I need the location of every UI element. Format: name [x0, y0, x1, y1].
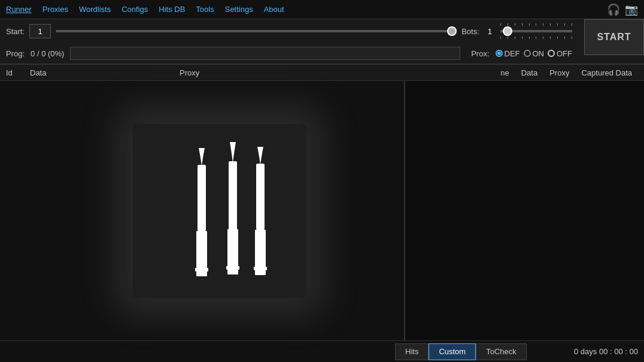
svg-rect-5	[227, 229, 238, 268]
svg-rect-0	[198, 165, 206, 231]
progress-slider-container	[56, 30, 452, 32]
svg-rect-8	[256, 164, 265, 230]
col-ne: ne	[500, 68, 509, 77]
proxy-def-label: DEF	[505, 49, 520, 58]
menu-item-hitsdb[interactable]: Hits DB	[159, 5, 185, 14]
menu-item-wordlists[interactable]: Wordlists	[79, 5, 111, 14]
right-panel	[405, 81, 644, 341]
menu-item-proxies[interactable]: Proxies	[42, 5, 68, 14]
svg-rect-11	[255, 270, 266, 275]
toolbar-row2: Prog: 0 / 0 (0%) Prox: DEF ON OFF	[0, 43, 578, 64]
bots-slider-container[interactable]	[500, 22, 572, 40]
bullets-icon	[160, 142, 280, 280]
proxy-on-option[interactable]: ON	[524, 49, 545, 58]
menu-item-settings[interactable]: Settings	[225, 5, 253, 14]
proxy-off-radio[interactable]	[548, 50, 555, 57]
proxy-off-option[interactable]: OFF	[548, 49, 572, 58]
col-proxy-right: Proxy	[549, 68, 569, 77]
progress-slider-track[interactable]	[56, 30, 452, 32]
col-proxy: Proxy	[180, 68, 311, 77]
wordlist-bar[interactable]	[70, 47, 460, 60]
svg-rect-4	[229, 161, 237, 230]
menubar-icons: 🎧 📷	[607, 3, 638, 16]
menu-item-runner[interactable]: Runner	[6, 5, 32, 14]
proxy-on-radio[interactable]	[524, 50, 531, 57]
proxy-def-option[interactable]: DEF	[496, 49, 520, 58]
svg-rect-1	[196, 231, 207, 270]
left-panel	[0, 81, 404, 341]
prox-label: Prox:	[471, 49, 489, 58]
svg-rect-7	[227, 270, 238, 274]
col-data: Data	[30, 68, 180, 77]
headphones-icon[interactable]: 🎧	[607, 3, 620, 16]
col-data-right: Data	[521, 68, 537, 77]
menu-item-tools[interactable]: Tools	[196, 5, 214, 14]
tab-custom[interactable]: Custom	[429, 343, 476, 360]
bots-slider-thumb[interactable]	[503, 26, 512, 36]
proxy-on-label: ON	[533, 49, 545, 58]
bots-label: Bots:	[461, 27, 479, 36]
tab-hits[interactable]: Hits	[395, 343, 429, 360]
table-header: Id Data Proxy ne Data Proxy Captured Dat…	[0, 64, 644, 81]
svg-rect-3	[196, 272, 207, 276]
prog-value: 0 / 0 (0%)	[31, 49, 64, 58]
menubar: Runner Proxies Wordlists Configs Hits DB…	[0, 0, 644, 19]
proxy-radio-group: DEF ON OFF	[496, 49, 573, 58]
start-input[interactable]	[29, 24, 51, 38]
bots-value: 1	[488, 27, 492, 36]
bottom-tabs: Hits Custom ToCheck	[395, 343, 527, 360]
toolbar-row1: Start: Bots: 1	[0, 19, 578, 43]
bottom-bar: Hits Custom ToCheck 0 days 00 : 00 : 00	[0, 340, 644, 362]
start-label: Start:	[6, 27, 25, 36]
logo-overlay	[133, 124, 306, 298]
proxy-off-label: OFF	[557, 49, 572, 58]
proxy-def-radio[interactable]	[496, 50, 503, 57]
camera-icon[interactable]: 📷	[625, 3, 638, 16]
prog-label: Prog:	[6, 49, 25, 58]
tab-tocheck[interactable]: ToCheck	[476, 343, 527, 360]
col-captured-data: Captured Data	[581, 68, 632, 77]
menu-item-about[interactable]: About	[264, 5, 284, 14]
progress-slider-thumb[interactable]	[447, 26, 457, 36]
bots-slider-track[interactable]	[500, 30, 572, 32]
svg-rect-6	[226, 266, 239, 270]
start-button[interactable]: START	[584, 19, 644, 55]
svg-rect-2	[195, 268, 208, 272]
col-right: ne Data Proxy Captured Data	[500, 68, 632, 77]
timer-label: 0 days 00 : 00 : 00	[574, 347, 638, 356]
main-area	[0, 81, 644, 341]
svg-rect-10	[254, 267, 267, 270]
menu-item-configs[interactable]: Configs	[121, 5, 148, 14]
svg-rect-9	[255, 230, 266, 269]
col-id: Id	[6, 68, 30, 77]
